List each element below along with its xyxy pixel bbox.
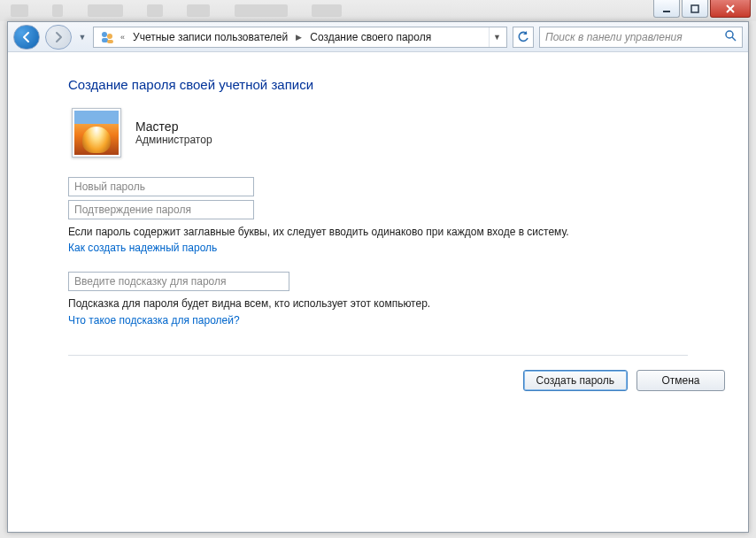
svg-rect-1 — [691, 5, 698, 12]
confirm-password-field[interactable]: Подтверждение пароля — [68, 200, 254, 219]
content-area: Создание пароля своей учетной записи Мас… — [8, 52, 748, 532]
svg-rect-5 — [107, 40, 113, 43]
refresh-button[interactable] — [513, 27, 534, 48]
back-button[interactable] — [13, 25, 40, 50]
user-block: Мастер Администратор — [72, 108, 688, 158]
background-app-blur — [0, 0, 756, 21]
chevron-left-icon: « — [119, 33, 127, 42]
user-accounts-icon — [99, 29, 115, 45]
new-password-placeholder: Новый пароль — [74, 181, 145, 193]
breadcrumb-create-password[interactable]: Создание своего пароля — [304, 27, 437, 47]
search-input[interactable]: Поиск в панели управления — [539, 27, 743, 48]
cancel-button[interactable]: Отмена — [636, 370, 725, 391]
svg-rect-0 — [663, 11, 670, 12]
divider — [68, 355, 688, 356]
breadcrumb-user-accounts[interactable]: Учетные записи пользователей — [127, 27, 294, 47]
chevron-right-icon: ▶ — [294, 33, 304, 42]
svg-rect-4 — [102, 38, 108, 42]
close-button[interactable] — [710, 0, 751, 18]
svg-line-7 — [732, 37, 736, 41]
svg-point-2 — [102, 32, 107, 37]
address-bar[interactable]: « Учетные записи пользователей ▶ Создани… — [93, 27, 507, 48]
avatar — [72, 108, 121, 158]
history-dropdown-icon[interactable]: ▼ — [77, 25, 88, 50]
search-placeholder: Поиск в панели управления — [545, 31, 683, 43]
page-title: Создание пароля своей учетной записи — [68, 77, 688, 92]
window-controls — [653, 0, 751, 18]
svg-point-3 — [107, 34, 112, 39]
create-password-button[interactable]: Создать пароль — [523, 370, 628, 391]
user-role: Администратор — [135, 134, 212, 146]
caps-note: Если пароль содержит заглавные буквы, их… — [68, 225, 688, 240]
confirm-password-placeholder: Подтверждение пароля — [74, 204, 191, 216]
password-hint-placeholder: Введите подсказку для пароля — [74, 275, 227, 288]
user-name: Мастер — [135, 119, 212, 134]
address-dropdown-icon[interactable]: ▼ — [489, 27, 505, 47]
navigation-bar: ▼ « Учетные записи пользователей ▶ Созда… — [8, 22, 748, 52]
new-password-field[interactable]: Новый пароль — [68, 177, 254, 196]
password-hint-field[interactable]: Введите подсказку для пароля — [68, 272, 289, 291]
explorer-window: ▼ « Учетные записи пользователей ▶ Созда… — [7, 21, 749, 533]
svg-point-6 — [726, 31, 733, 38]
hint-note: Подсказка для пароля будет видна всем, к… — [68, 296, 688, 311]
search-icon — [724, 29, 737, 44]
strong-password-link[interactable]: Как создать надежный пароль — [68, 242, 217, 254]
minimize-button[interactable] — [653, 0, 680, 18]
forward-button[interactable] — [45, 25, 72, 50]
maximize-button[interactable] — [682, 0, 708, 18]
button-row: Создать пароль Отмена — [8, 366, 748, 400]
hint-info-link[interactable]: Что такое подсказка для паролей? — [68, 314, 240, 327]
